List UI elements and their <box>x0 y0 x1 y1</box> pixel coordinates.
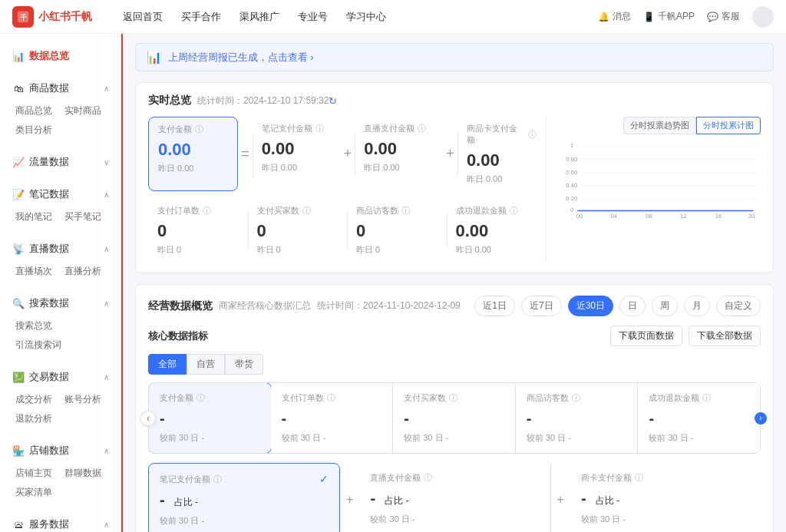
sidebar-item-svc[interactable]: 🛎 服务数据 ∧ <box>0 511 121 532</box>
shop-icon: 🏪 <box>12 444 25 457</box>
nav-right: 🔔 消息 📱 千帆APP 💬 客服 <box>598 6 774 28</box>
date-btn-4[interactable]: 周 <box>652 296 678 316</box>
realtime-title: 实时总览 <box>148 94 191 107</box>
stat-pvisit-prev: 昨日 0 <box>356 244 438 256</box>
sidebar-sub-item-live-0[interactable]: 直播场次 <box>12 263 55 279</box>
date-btn-5[interactable]: 月 <box>684 296 710 316</box>
logo-text: 小红书千帆 <box>38 10 92 24</box>
stat-live-pay-prev: 昨日 0.00 <box>364 162 434 173</box>
sidebar-sub-item-live-1[interactable]: 直播分析 <box>61 263 104 279</box>
info-icon-1[interactable]: ⓘ <box>315 123 324 134</box>
download-page-btn[interactable]: 下载页面数据 <box>610 325 682 346</box>
info-icon-5[interactable]: ⓘ <box>302 205 311 216</box>
sidebar-item-overview[interactable]: 📊 数据总览 <box>0 43 121 69</box>
info-icon-m0[interactable]: ⓘ <box>196 392 205 404</box>
sidebar-item-shop[interactable]: 🏪 店铺数据 ∧ <box>0 438 121 464</box>
nav-link-3[interactable]: 学习中心 <box>346 10 386 24</box>
stat-pvisit-value: 0 <box>356 221 438 241</box>
sidebar-item-traffic[interactable]: 📈 流量数据 ∨ <box>0 149 121 175</box>
filter-tab-all[interactable]: 全部 <box>148 354 187 375</box>
product-icon: 🛍 <box>12 82 25 94</box>
main-layout: 📊 数据总览 🛍 商品数据 ∧ 商品总览 实时商品 类目分析 <box>0 34 786 532</box>
sidebar-sub-item-note-1[interactable]: 买手笔记 <box>61 209 104 225</box>
sidebar-item-live[interactable]: 📡 直播数据 ∧ <box>0 236 121 262</box>
realtime-stats-area: 支付金额 ⓘ 0.00 昨日 0.00 = 笔记支付金额 ⓘ <box>148 117 546 262</box>
refresh-icon[interactable]: ↻ <box>329 95 337 107</box>
info-icon-n1[interactable]: ⓘ <box>424 472 432 484</box>
sidebar-sub-item-search-1[interactable]: 引流搜索词 <box>12 337 64 353</box>
stat-payment-prev: 昨日 0.00 <box>158 163 228 174</box>
info-icon-m1[interactable]: ⓘ <box>327 392 335 404</box>
chevron-up-icon-5: ∧ <box>104 373 109 382</box>
sidebar-sub-item-product-1[interactable]: 实时商品 <box>61 103 104 119</box>
note-card-prev-2: 较前 30 日 - <box>581 514 750 525</box>
sidebar-item-note[interactable]: 📝 笔记数据 ∧ <box>0 181 121 207</box>
realtime-title-row: 实时总览 统计时间：2024-12-10 17:59:32 ↻ <box>148 94 761 107</box>
chevron-down-icon: ∨ <box>104 158 109 167</box>
info-icon-0[interactable]: ⓘ <box>195 124 203 135</box>
sidebar-sub-item-product-0[interactable]: 商品总览 <box>12 103 55 119</box>
stat-order-value: 0 <box>157 221 239 241</box>
filter-tabs: 全部 自营 带货 <box>148 354 761 375</box>
info-icon-m4[interactable]: ⓘ <box>702 392 711 404</box>
sidebar-sub-note: 我的笔记 买手笔记 <box>0 207 121 230</box>
sidebar-sub-item-shop-0[interactable]: 店铺主页 <box>12 465 55 481</box>
service-link[interactable]: 💬 客服 <box>707 10 740 23</box>
stat-card-pay-value: 0.00 <box>467 150 537 170</box>
filter-tab-带货[interactable]: 带货 <box>225 354 263 375</box>
return-home-link[interactable]: 返回首页 <box>123 10 163 24</box>
sidebar-item-search[interactable]: 🔍 搜索数据 ∧ <box>0 290 121 316</box>
sidebar-sub-item-note-0[interactable]: 我的笔记 <box>12 209 55 225</box>
chevron-up-icon-6: ∧ <box>104 447 109 455</box>
sidebar-item-product[interactable]: 🛍 商品数据 ∧ <box>0 75 121 101</box>
realtime-chart-area: 分时投票趋势图 分时投累计图 1 0.80 0.60 0.40 0.20 0 <box>546 117 761 262</box>
date-btn-0[interactable]: 近1日 <box>474 296 515 316</box>
info-icon-2[interactable]: ⓘ <box>418 123 426 134</box>
sidebar-sub-item-product-2[interactable]: 类目分析 <box>12 122 55 138</box>
logo: 千 小红书千帆 <box>12 6 104 28</box>
info-icon-4[interactable]: ⓘ <box>203 205 211 216</box>
sidebar-sub-item-shop-2[interactable]: 买家清单 <box>12 484 55 501</box>
nav-link-2[interactable]: 专业号 <box>298 10 328 24</box>
info-icon-3[interactable]: ⓘ <box>528 129 537 140</box>
info-icon-7[interactable]: ⓘ <box>510 205 518 216</box>
sidebar-item-trade[interactable]: 💹 交易数据 ∧ <box>0 364 121 390</box>
download-all-btn[interactable]: 下载全部数据 <box>689 325 761 346</box>
notice-bar[interactable]: 📊 上周经营周报已生成，点击查看 › <box>135 43 774 71</box>
info-icon-m3[interactable]: ⓘ <box>572 392 580 404</box>
svg-text:20: 20 <box>748 213 755 220</box>
nav-link-0[interactable]: 买手合作 <box>181 10 221 24</box>
note-card-prev-1: 较前 30 日 - <box>370 514 539 525</box>
sidebar-section-product: 🛍 商品数据 ∧ 商品总览 实时商品 类目分析 <box>0 72 121 146</box>
chart-tab-0[interactable]: 分时投票趋势图 <box>623 117 696 134</box>
sidebar-sub-item-trade-1[interactable]: 账号分析 <box>61 392 104 408</box>
info-icon-m2[interactable]: ⓘ <box>449 392 457 404</box>
metric-value-2: - <box>404 410 504 428</box>
top-nav: 千 小红书千帆 返回首页 买手合作 渠风推广 专业号 学习中心 🔔 消息 📱 千… <box>0 0 786 34</box>
info-icon-n0[interactable]: ⓘ <box>213 474 222 485</box>
info-icon-n2[interactable]: ⓘ <box>635 472 643 484</box>
sidebar-sub-item-search-0[interactable]: 搜索总览 <box>12 318 55 334</box>
date-btn-3[interactable]: 日 <box>619 296 646 316</box>
app-link[interactable]: 📱 千帆APP <box>643 10 695 23</box>
messages-link[interactable]: 🔔 消息 <box>598 10 631 23</box>
info-icon-6[interactable]: ⓘ <box>401 205 410 216</box>
date-btn-1[interactable]: 近7日 <box>521 296 562 316</box>
scroll-left-arrow[interactable]: ‹ <box>140 411 156 426</box>
filter-tab-self[interactable]: 自营 <box>187 354 225 375</box>
sidebar-sub-item-trade-0[interactable]: 成交分析 <box>12 392 55 408</box>
chevron-up-icon-7: ∧ <box>104 520 109 529</box>
nav-link-1[interactable]: 渠风推广 <box>239 10 279 24</box>
realtime-box: 实时总览 统计时间：2024-12-10 17:59:32 ↻ 支付金额 ⓘ 0… <box>135 82 774 273</box>
svg-text:1: 1 <box>570 142 573 149</box>
sidebar-sub-item-shop-1[interactable]: 群聊数据 <box>61 465 104 481</box>
user-avatar[interactable] <box>752 6 774 28</box>
chart-tab-1[interactable]: 分时投累计图 <box>696 117 761 134</box>
date-btn-6[interactable]: 自定义 <box>716 296 761 316</box>
stat-refund: 成功退款金额 ⓘ 0.00 昨日 0.00 <box>447 199 547 262</box>
date-btn-2[interactable]: 近30日 <box>568 296 613 316</box>
stat-refund-prev: 昨日 0.00 <box>456 244 537 256</box>
metric-label-0: 支付金额 <box>160 392 193 404</box>
metric-more-btn[interactable]: › <box>755 412 767 425</box>
sidebar-sub-item-trade-2[interactable]: 退款分析 <box>12 411 55 427</box>
